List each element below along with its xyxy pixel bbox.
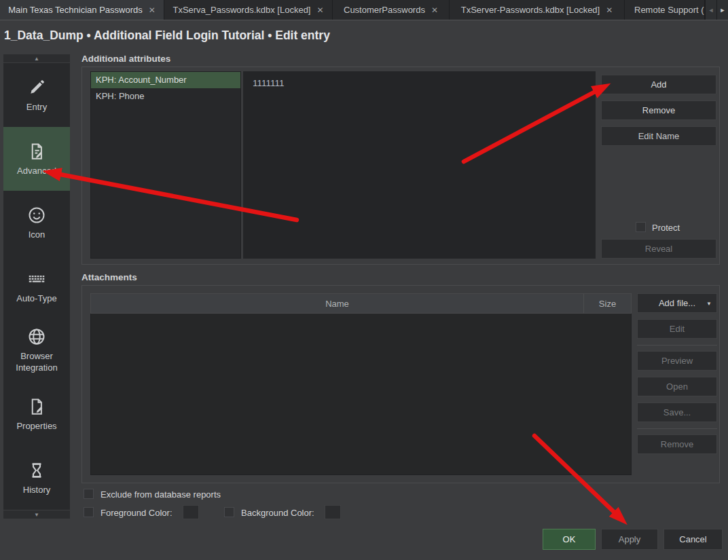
sidebar-item-entry[interactable]: Entry: [3, 63, 70, 127]
tab-txserver-passwords[interactable]: TxServer-Passwords.kdbx [Locked] ✕: [450, 0, 625, 20]
breadcrumb: 1_Data_Dump • Additional Field Login Tut…: [0, 21, 728, 50]
remove-attribute-button[interactable]: Remove: [601, 100, 716, 120]
additional-attributes-title: Additional attributes: [81, 54, 170, 64]
sidebar-item-label: Icon: [29, 229, 46, 241]
hourglass-icon: [26, 460, 47, 481]
exclude-reports-checkbox[interactable]: [84, 489, 94, 499]
preview-attachment-button[interactable]: Preview: [637, 351, 717, 371]
tab-customerpasswords[interactable]: CustomerPasswords ✕: [333, 0, 450, 20]
sidebar-item-label: Entry: [26, 102, 47, 113]
attachments-table-header: Name Size: [90, 293, 632, 314]
background-color-checkbox[interactable]: [224, 507, 234, 517]
file-edit-icon: [26, 396, 47, 417]
open-attachment-button[interactable]: Open: [637, 377, 717, 396]
tab-main-texas-technician-passwords[interactable]: Main Texas Technician Passwords ✕: [0, 0, 164, 20]
edit-entry-sidebar: ▲ Entry Advanced: [3, 54, 70, 519]
foreground-color-checkbox[interactable]: [84, 507, 94, 517]
sidebar-scroll-down-icon[interactable]: ▼: [3, 510, 70, 519]
tab-label: CustomerPasswords: [344, 5, 425, 15]
tab-label: TxServa_Passwords.kdbx [Locked]: [172, 5, 310, 15]
apply-button[interactable]: Apply: [601, 529, 658, 550]
add-file-label: Add file...: [659, 298, 695, 308]
attachments-table-body[interactable]: [90, 314, 632, 475]
sidebar-item-icon[interactable]: Icon: [3, 191, 70, 255]
column-header-name[interactable]: Name: [91, 294, 584, 313]
tab-scroll-left-icon[interactable]: ◄: [705, 0, 716, 20]
attribute-list-item[interactable]: KPH: Account_Number: [91, 72, 240, 88]
pencil-icon: [26, 77, 47, 98]
cancel-button[interactable]: Cancel: [663, 529, 723, 550]
tab-close-icon[interactable]: ✕: [149, 5, 156, 15]
sidebar-item-advanced[interactable]: Advanced: [3, 127, 70, 191]
tab-close-icon[interactable]: ✕: [606, 5, 613, 15]
sidebar-item-label: Auto-Type: [16, 293, 56, 305]
attachments-title: Attachments: [81, 272, 137, 282]
tab-txserva-passwords[interactable]: TxServa_Passwords.kdbx [Locked] ✕: [164, 0, 333, 20]
smiley-icon: [26, 205, 47, 225]
attribute-value-editor[interactable]: 1111111: [243, 71, 596, 259]
keyboard-icon: [26, 269, 47, 289]
edit-name-button[interactable]: Edit Name: [601, 126, 716, 146]
tab-label: TxServer-Passwords.kdbx [Locked]: [461, 5, 600, 15]
sidebar-item-auto-type[interactable]: Auto-Type: [3, 255, 70, 318]
remove-attachment-button[interactable]: Remove: [637, 434, 717, 454]
tab-remote-support[interactable]: Remote Support (: [625, 0, 705, 20]
reveal-button[interactable]: Reveal: [601, 239, 716, 259]
protect-checkbox[interactable]: [636, 222, 646, 232]
attribute-list-item[interactable]: KPH: Phone: [91, 88, 240, 105]
tab-close-icon[interactable]: ✕: [316, 5, 323, 15]
sidebar-item-history[interactable]: History: [3, 446, 70, 510]
background-color-swatch[interactable]: [325, 505, 341, 519]
sidebar-item-label: Advanced: [17, 166, 56, 177]
sidebar-item-label: Properties: [16, 421, 56, 432]
sidebar-scroll-up-icon[interactable]: ▲: [3, 54, 70, 62]
foreground-color-label: Foreground Color:: [101, 508, 172, 518]
add-attribute-button[interactable]: Add: [601, 75, 716, 94]
edit-attachment-button[interactable]: Edit: [637, 319, 717, 339]
chevron-down-icon: ▼: [706, 300, 712, 306]
ok-button[interactable]: OK: [543, 529, 596, 550]
button-separator: [637, 428, 717, 429]
attachments-table: Name Size: [90, 293, 632, 475]
sidebar-item-properties[interactable]: Properties: [3, 382, 70, 446]
sidebar-item-label: History: [23, 485, 50, 496]
button-separator: [637, 345, 717, 346]
tab-label: Main Texas Technician Passwords: [8, 5, 143, 15]
database-tab-bar: Main Texas Technician Passwords ✕ TxServ…: [0, 0, 728, 20]
tab-scroll-right-icon[interactable]: ►: [716, 0, 728, 20]
column-header-size[interactable]: Size: [584, 294, 631, 313]
tab-close-icon[interactable]: ✕: [431, 5, 438, 15]
exclude-reports-label: Exclude from database reports: [101, 489, 221, 500]
edit-entry-window: Main Texas Technician Passwords ✕ TxServ…: [0, 0, 728, 560]
attribute-list: KPH: Account_Number KPH: Phone: [90, 71, 241, 259]
sidebar-item-browser-integration[interactable]: Browser Integration: [3, 318, 70, 382]
background-color-label: Background Color:: [241, 508, 314, 518]
tab-label: Remote Support (: [634, 5, 704, 15]
save-attachment-button[interactable]: Save...: [637, 403, 717, 422]
foreground-color-swatch[interactable]: [183, 505, 199, 519]
add-file-button[interactable]: Add file... ▼: [637, 293, 717, 313]
globe-icon: [26, 326, 47, 347]
sidebar-item-label: Browser Integration: [7, 351, 66, 374]
document-edit-icon: [26, 141, 47, 162]
protect-label: Protect: [652, 223, 680, 233]
